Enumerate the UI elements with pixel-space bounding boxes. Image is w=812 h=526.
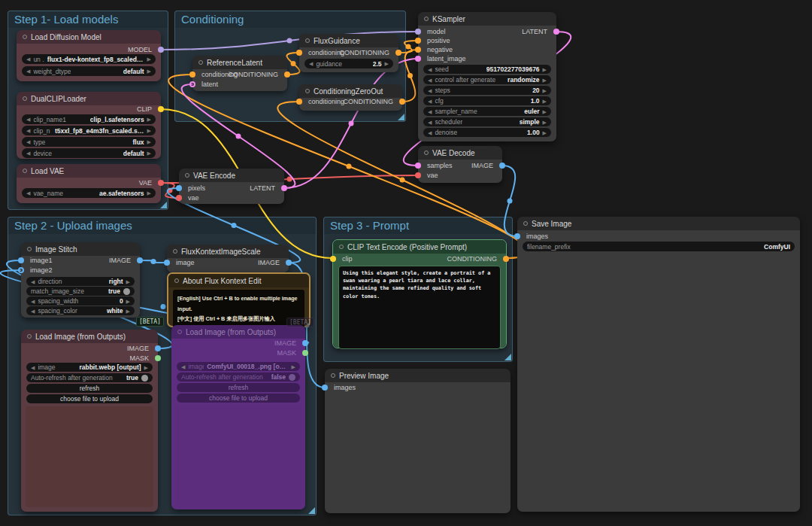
collapse-dot-icon[interactable] — [23, 35, 27, 39]
link-midpoint-dot[interactable] — [347, 164, 352, 169]
slot-dot[interactable] — [322, 385, 328, 391]
toggle-knob-icon[interactable] — [123, 288, 130, 295]
slot-dot[interactable] — [286, 260, 292, 266]
slot-dot[interactable] — [176, 185, 182, 191]
node-titlebar[interactable]: Preview Image — [325, 369, 511, 382]
collapse-dot-icon[interactable] — [305, 89, 310, 93]
slot-dot[interactable] — [155, 355, 161, 361]
widget-cfg[interactable]: ◀cfg1.0▶ — [423, 96, 551, 105]
widget-un[interactable]: ◀un ...flux1-dev-kontext_fp8_scaled.safe… — [22, 54, 156, 64]
collapse-dot-icon[interactable] — [27, 334, 32, 339]
slot-dot[interactable] — [281, 185, 287, 191]
slot-dot[interactable] — [176, 195, 182, 201]
combo-left-arrow-icon[interactable]: ◀ — [181, 364, 185, 369]
prompt-textarea[interactable]: Using this elegant style, create a portr… — [338, 266, 501, 349]
widget-sampler-name[interactable]: ◀sampler_nameeuler▶ — [423, 107, 551, 116]
node-titlebar[interactable]: ConditioningZeroOut — [299, 84, 402, 98]
combo-left-arrow-icon[interactable]: ◀ — [309, 61, 313, 66]
widget-steps[interactable]: ◀steps20▶ — [423, 86, 551, 95]
group-title[interactable]: Step 3 - Prompt — [324, 217, 512, 234]
node-vae_encode[interactable]: VAE EncodepixelsvaeLATENT — [179, 169, 284, 204]
collapse-dot-icon[interactable] — [424, 151, 429, 155]
combo-right-arrow-icon[interactable]: ▶ — [543, 67, 547, 72]
combo-right-arrow-icon[interactable]: ▶ — [147, 190, 151, 196]
collapse-dot-icon[interactable] — [173, 249, 177, 254]
slot-dot[interactable] — [158, 106, 164, 112]
node-vae_decode[interactable]: VAE DecodesamplesvaeIMAGE — [418, 146, 502, 183]
node-titlebar[interactable]: VAE Decode — [418, 146, 502, 160]
node-clip_text_encode[interactable]: CLIP Text Encode (Positive Prompt)clipCO… — [332, 239, 507, 348]
toggle-knob-icon[interactable] — [141, 375, 148, 382]
slot-dot[interactable] — [189, 81, 195, 87]
group-title[interactable]: Conditioning — [175, 11, 405, 28]
collapse-dot-icon[interactable] — [23, 169, 27, 173]
slot-dot[interactable] — [415, 38, 421, 44]
node-titlebar[interactable]: CLIP Text Encode (Positive Prompt) — [333, 240, 506, 254]
combo-left-arrow-icon[interactable]: ◀ — [31, 309, 35, 314]
widget-refresh[interactable]: refresh — [26, 384, 153, 393]
collapse-dot-icon[interactable] — [174, 278, 179, 283]
combo-right-arrow-icon[interactable]: ▶ — [292, 364, 295, 369]
widget-seed[interactable]: ◀seed951702277039676▶ — [423, 65, 551, 74]
node-titlebar[interactable]: Load Image (from Outputs) — [21, 330, 158, 343]
widget-vae-name[interactable]: ◀vae_nameae.safetensors▶ — [22, 188, 156, 198]
collapse-dot-icon[interactable] — [331, 373, 335, 378]
combo-right-arrow-icon[interactable]: ▶ — [126, 299, 130, 304]
node-save_image[interactable]: Save Imageimagesfilename_prefixComfyUI — [517, 217, 800, 512]
link-midpoint-dot[interactable] — [508, 199, 513, 204]
slot-dot[interactable] — [499, 163, 505, 169]
node-reference_latent[interactable]: ReferenceLatentconditioninglatentCONDITI… — [192, 56, 287, 91]
link-midpoint-dot[interactable] — [406, 44, 411, 50]
widget-direction[interactable]: ◀directionright▶ — [26, 277, 135, 286]
node-load_diffusion_model[interactable]: Load Diffusion ModelMODEL◀un ...flux1-de… — [17, 30, 161, 81]
slot-dot[interactable] — [158, 180, 164, 186]
widget-weight-dtype[interactable]: ◀weight_dtypedefault▶ — [22, 66, 156, 76]
node-titlebar[interactable]: Save Image — [517, 217, 800, 230]
slot-dot[interactable] — [399, 99, 405, 105]
widget-image[interactable]: ◀imagerabbit.webp [output]▶ — [26, 363, 153, 372]
node-ksampler[interactable]: KSamplermodelpositivenegativelatent_imag… — [418, 12, 556, 141]
slot-dot[interactable] — [18, 267, 24, 273]
slot-dot[interactable] — [296, 99, 302, 105]
slot-dot[interactable] — [415, 29, 421, 35]
combo-left-arrow-icon[interactable]: ◀ — [428, 78, 432, 83]
widget-guidance[interactable]: ◀guidance2.5▶ — [304, 59, 393, 68]
node-titlebar[interactable]: Load VAE — [17, 164, 161, 178]
slot-dot[interactable] — [18, 257, 24, 263]
slot-dot[interactable] — [155, 345, 161, 351]
node-titlebar[interactable]: ReferenceLatent — [192, 56, 287, 69]
slot-dot[interactable] — [415, 56, 421, 62]
graph-canvas[interactable]: Step 1- Load modelsConditioningStep 2 - … — [0, 0, 812, 526]
toggle-knob-icon[interactable] — [289, 374, 295, 381]
slot-dot[interactable] — [158, 47, 164, 53]
widget-spacing-width[interactable]: ◀spacing_width0▶ — [26, 296, 135, 306]
combo-left-arrow-icon[interactable]: ◀ — [31, 365, 35, 370]
combo-right-arrow-icon[interactable]: ▶ — [385, 61, 389, 66]
node-dualcliploader[interactable]: DualCLIPLoaderCLIP◀clip_name1clip_l.safe… — [17, 92, 161, 159]
slot-dot[interactable] — [164, 260, 170, 266]
combo-right-arrow-icon[interactable]: ▶ — [543, 88, 547, 93]
widget-device[interactable]: ◀devicedefault▶ — [22, 148, 156, 158]
node-titlebar[interactable]: FluxKontextImageScale — [167, 245, 289, 258]
combo-right-arrow-icon[interactable]: ▶ — [147, 151, 151, 156]
slot-dot[interactable] — [514, 233, 520, 239]
collapse-dot-icon[interactable] — [23, 96, 27, 101]
combo-left-arrow-icon[interactable]: ◀ — [428, 109, 432, 114]
group-title[interactable]: Step 2 - Upload images — [8, 217, 316, 234]
combo-left-arrow-icon[interactable]: ◀ — [26, 56, 30, 62]
group-resize-handle-icon[interactable] — [504, 354, 511, 360]
node-titlebar[interactable]: FluxGuidance — [299, 34, 398, 47]
node-load_vae[interactable]: Load VAEVAE◀vae_nameae.safetensors▶ — [17, 164, 161, 203]
combo-right-arrow-icon[interactable]: ▶ — [147, 128, 151, 133]
widget-control-after-generate[interactable]: ◀control after generaterandomize▶ — [423, 75, 551, 84]
combo-right-arrow-icon[interactable]: ▶ — [147, 68, 151, 74]
node-titlebar[interactable]: Load Image (from Outputs) — [171, 325, 305, 339]
combo-left-arrow-icon[interactable]: ◀ — [428, 88, 432, 93]
node-load_image_1[interactable]: Load Image (from Outputs)IMAGEMASK◀image… — [21, 330, 158, 512]
slot-dot[interactable] — [137, 257, 143, 263]
widget-clip-n[interactable]: ◀clip_n ...t5xxl_fp8_e4m3fn_scaled.safet… — [22, 126, 156, 135]
collapse-dot-icon[interactable] — [424, 17, 429, 21]
slot-dot[interactable] — [395, 50, 401, 56]
combo-right-arrow-icon[interactable]: ▶ — [543, 99, 547, 104]
collapse-dot-icon[interactable] — [198, 60, 203, 65]
